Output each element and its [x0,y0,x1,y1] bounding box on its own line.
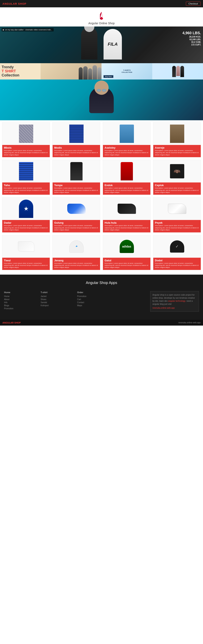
footer-link-sandal[interactable]: Sandal [40,301,73,304]
product-image [52,160,100,182]
product-desc: Description: Lorem ipsum dolor sit amet,… [155,187,199,194]
product-image: 🦇 [153,160,201,182]
footer-link-maps[interactable]: Maps [77,304,110,306]
product-name: Gatul [104,259,149,262]
product-desc: Description: Lorem ipsum dolor sit amet,… [54,150,98,156]
product-image [2,122,50,145]
product-visual-shirt-blue-solid [120,124,134,143]
product-card[interactable]: PeyekDescription: Lorem ipsum dolor sit … [153,197,201,232]
product-card[interactable]: EndokDescription: Lorem ipsum dolor sit … [103,160,150,195]
product-card[interactable]: GulungDescription: Lorem ipsum dolor sit… [52,197,100,232]
footer-dev-link[interactable]: angular technology. [168,300,186,302]
product-card[interactable]: TiwulDescription: Lorem ipsum dolor sit … [2,235,50,270]
product-card[interactable]: adidasGatulDescription: Lorem ipsum dolo… [103,235,150,270]
product-visual-jacket-red [121,162,133,180]
footer-link-promotion[interactable]: Promotion [4,308,36,310]
promo-banner-right[interactable]: T-SHIRTSCOLLECTION Buy Now [102,63,203,80]
product-card[interactable]: AserejeDescription: Lorem ipsum dolor si… [153,122,201,158]
product-image: adidas [103,235,150,258]
product-image [103,122,150,145]
product-card[interactable]: MboisDescription: Lorem ipsum dolor sit … [2,122,50,158]
checkout-button[interactable]: Checkout [186,2,200,6]
footer-bottom: ANGULAR SHOP neonuka.online-web.app [0,320,203,326]
product-name: Hula hula [104,221,149,224]
brand-title: Angular Online Shop [0,22,203,25]
footer-col-home-title: Home [4,291,36,294]
footer-col-tshirt: T-shirt Jacket Shoes Sandal Kolmpori [40,291,73,312]
product-image [153,198,201,220]
product-row-1: TahuDescription: Lorem ipsum dolor sit a… [2,160,201,195]
footer-link-kolmpori[interactable]: Kolmpori [40,304,73,306]
product-desc: Description: Lorem ipsum dolor sit amet,… [54,262,98,269]
footer-link-promotion2[interactable]: Promotion [77,295,110,298]
product-name: Dadar [4,221,48,224]
adidas-text: adidas [122,245,131,248]
video-banner[interactable]: ▶ on my way alan walker - cinematic vide… [0,26,203,63]
batman-icon: 🦇 [174,168,180,175]
buy-now-button[interactable]: Buy Now [104,75,113,78]
product-desc: Description: Lorem ipsum dolor sit amet,… [104,150,149,156]
promo-banner-left[interactable]: Trendy T SHIRT Collection [0,63,102,80]
product-name: Tempe [54,184,98,187]
product-card[interactable]: AseloleyDescription: Lorem ipsum dolor s… [103,122,150,158]
product-card[interactable]: Hula hulaDescription: Lorem ipsum dolor … [103,197,150,232]
product-desc: Description: Lorem ipsum dolor sit amet,… [104,187,149,194]
footer-grid: Home Home About Info Blogs Promotion T-s… [4,291,199,312]
header-logo: ANGULAR SHOP [2,2,26,5]
product-card[interactable]: 🧢JenangDescription: Lorem ipsum dolor si… [52,235,100,270]
products-section: MboisDescription: Lorem ipsum dolor sit … [0,120,203,274]
footer-link-contact[interactable]: Contact [77,301,110,304]
footer-col-order-title: Order [77,291,110,294]
captain-icon: ★ [24,206,28,212]
product-info: EndokDescription: Lorem ipsum dolor sit … [103,182,150,195]
product-card[interactable]: ModisDescription: Lorem ipsum dolor sit … [52,122,100,158]
product-visual-shirt-plaid [19,162,33,180]
product-card[interactable]: 🦇CeplokDescription: Lorem ipsum dolor si… [153,160,201,195]
product-name: Peyek [155,221,199,224]
product-visual-cap-green: adidas [120,240,134,253]
footer-col-order: Order Promotion Cart Contact Maps [77,291,110,312]
product-name: Gulung [54,221,98,224]
stats-panel: 4,960 LBS. 28,230 KGS. 62,240 LBS. 33.2 … [182,30,201,46]
footer-link-info[interactable]: Info [4,301,36,304]
product-desc: Description: Lorem ipsum dolor sit amet,… [155,150,199,156]
products-grid-container: MboisDescription: Lorem ipsum dolor sit … [2,122,201,270]
footer-col-home: Home Home About Info Blogs Promotion [4,291,36,312]
product-name: Asereje [155,146,199,149]
footer-link-shoes[interactable]: Shoes [40,298,73,300]
product-desc: Description: Lorem ipsum dolor sit amet,… [4,150,48,156]
product-card[interactable]: ✓DodolDescription: Lorem ipsum dolor sit… [153,235,201,270]
product-card[interactable]: TempeDescription: Lorem ipsum dolor sit … [52,160,100,195]
product-visual-shirt-brown [170,124,184,143]
main-header: ANGULAR SHOP Checkout [0,0,203,7]
footer-link-jacket[interactable]: Jacket [40,295,73,298]
footer-col-tshirt-title: T-shirt [40,291,73,294]
brand-section: Angular Online Shop [0,7,203,26]
product-visual-cap-black: ✓ [170,240,184,252]
footer-bottom-logo: ANGULAR SHOP [2,322,20,324]
footer-link-cart[interactable]: Cart [77,298,110,300]
product-image: ★ [2,198,50,220]
product-desc: Description: Lorem ipsum dolor sit amet,… [104,262,149,269]
product-info: PeyekDescription: Lorem ipsum dolor sit … [153,220,201,232]
product-name: Ceplok [155,184,199,187]
product-card[interactable]: TahuDescription: Lorem ipsum dolor sit a… [2,160,50,195]
product-card[interactable]: ★DadarDescription: Lorem ipsum dolor sit… [2,197,50,232]
product-visual-shoe-white2 [18,241,34,252]
product-name: Mbois [4,146,48,149]
product-visual-shoe-black [118,204,136,214]
product-info: DadarDescription: Lorem ipsum dolor sit … [2,220,50,232]
product-visual-shoe-white [168,204,186,214]
footer-col-about-desc: Angular shop is a open source code proje… [150,291,199,312]
footer-about-desc: Angular shop is a open source code proje… [152,293,197,306]
footer-url-link[interactable]: neonuka.online-web.app [152,307,175,309]
product-name: Tahu [4,184,48,187]
product-visual-shirt-captain: ★ [19,200,33,218]
footer-col-empty [114,291,146,312]
product-info: TahuDescription: Lorem ipsum dolor sit a… [2,182,50,195]
footer-link-blogs[interactable]: Blogs [4,304,36,306]
product-desc: Description: Lorem ipsum dolor sit amet,… [54,187,98,194]
footer-link-about[interactable]: About [4,298,36,300]
product-info: ModisDescription: Lorem ipsum dolor sit … [52,145,100,157]
footer-link-home[interactable]: Home [4,295,36,298]
